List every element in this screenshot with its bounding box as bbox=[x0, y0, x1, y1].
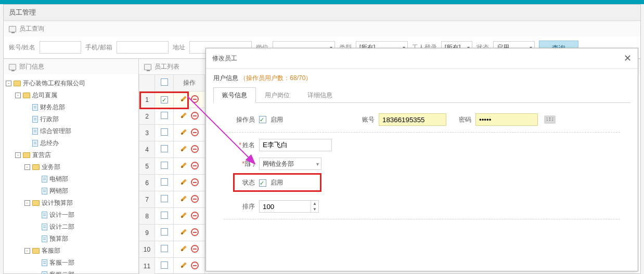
tree-toggle-icon[interactable]: - bbox=[6, 81, 11, 86]
delete-icon[interactable] bbox=[191, 195, 199, 203]
edit-icon[interactable] bbox=[178, 210, 190, 221]
name-field[interactable] bbox=[259, 139, 332, 151]
table-row[interactable]: 3 bbox=[139, 125, 205, 141]
tab-post[interactable]: 用户岗位 bbox=[256, 87, 299, 103]
search-panel-header: 员工查询 bbox=[4, 21, 640, 36]
tree-node[interactable]: -客服部 bbox=[6, 245, 136, 257]
row-index: 1 bbox=[139, 92, 155, 108]
tree-node[interactable]: 预算部 bbox=[6, 233, 136, 245]
tree-node[interactable]: 客服二部 bbox=[6, 269, 136, 274]
operator-enable-text: 启用 bbox=[271, 115, 283, 124]
operator-label: 操作员 bbox=[224, 115, 255, 124]
row-checkbox[interactable] bbox=[161, 96, 168, 103]
delete-icon[interactable] bbox=[191, 162, 199, 169]
dept-select[interactable]: 网销业务部 bbox=[259, 158, 321, 170]
folder-icon bbox=[32, 248, 40, 254]
edit-icon[interactable] bbox=[178, 126, 190, 138]
account-input[interactable] bbox=[40, 41, 81, 54]
delete-icon[interactable] bbox=[191, 228, 199, 236]
tree-label: 客服一部 bbox=[49, 258, 74, 267]
row-checkbox[interactable] bbox=[161, 228, 168, 236]
delete-icon[interactable] bbox=[191, 95, 199, 103]
sort-field[interactable] bbox=[259, 200, 311, 213]
table-row[interactable]: 6 bbox=[139, 175, 205, 191]
tree-toggle-icon[interactable]: - bbox=[24, 248, 30, 254]
tree-node[interactable]: -设计预算部 bbox=[6, 197, 136, 209]
account-field[interactable] bbox=[379, 113, 446, 126]
edit-icon[interactable] bbox=[178, 193, 190, 205]
edit-icon[interactable] bbox=[178, 93, 190, 105]
tree-node[interactable]: 财务总部 bbox=[6, 101, 136, 113]
row-checkbox[interactable] bbox=[161, 112, 168, 119]
row-checkbox[interactable] bbox=[161, 145, 168, 152]
edit-icon[interactable] bbox=[178, 176, 190, 188]
tree-node[interactable]: 综合管理部 bbox=[6, 125, 136, 137]
tree-node[interactable]: 设计二部 bbox=[6, 221, 136, 233]
table-row[interactable]: 1 bbox=[139, 92, 205, 108]
close-icon[interactable]: ✕ bbox=[624, 53, 632, 64]
tree-node[interactable]: 设计一部 bbox=[6, 209, 136, 221]
row-checkbox[interactable] bbox=[161, 128, 168, 136]
delete-icon[interactable] bbox=[191, 128, 199, 136]
row-checkbox[interactable] bbox=[161, 245, 168, 252]
delete-icon[interactable] bbox=[191, 145, 199, 153]
table-row[interactable]: 10 bbox=[139, 241, 205, 258]
row-checkbox[interactable] bbox=[161, 195, 168, 202]
page-icon bbox=[42, 271, 47, 274]
delete-icon[interactable] bbox=[191, 112, 199, 120]
table-row[interactable]: 8 bbox=[139, 208, 205, 225]
row-checkbox[interactable] bbox=[161, 262, 168, 269]
table-row[interactable]: 7 bbox=[139, 191, 205, 208]
tree-node[interactable]: 网销部 bbox=[6, 185, 136, 197]
table-row[interactable]: 2 bbox=[139, 108, 205, 125]
tab-account[interactable]: 账号信息 bbox=[213, 87, 256, 103]
tree-toggle-icon[interactable]: - bbox=[15, 152, 21, 158]
edit-icon[interactable] bbox=[178, 226, 190, 238]
folder-icon bbox=[32, 200, 40, 206]
phone-input[interactable] bbox=[117, 41, 169, 54]
row-index: 11 bbox=[139, 258, 155, 275]
keyboard-icon[interactable] bbox=[544, 115, 556, 124]
row-index: 9 bbox=[139, 225, 155, 241]
edit-icon[interactable] bbox=[178, 259, 190, 271]
row-checkbox[interactable] bbox=[161, 162, 168, 169]
tree-node[interactable]: 客服一部 bbox=[6, 257, 136, 269]
tree-node[interactable]: 总经办 bbox=[6, 137, 136, 149]
edit-icon[interactable] bbox=[178, 110, 190, 122]
tree-node[interactable]: 电销部 bbox=[6, 173, 136, 185]
edit-icon[interactable] bbox=[178, 243, 190, 255]
tree-node[interactable]: -总司直属 bbox=[6, 89, 136, 101]
delete-icon[interactable] bbox=[191, 245, 199, 253]
edit-icon[interactable] bbox=[178, 160, 190, 172]
tree-node[interactable]: -业务部 bbox=[6, 161, 136, 173]
dept-panel-title: 部门信息 bbox=[19, 62, 44, 71]
tab-detail[interactable]: 详细信息 bbox=[299, 87, 341, 103]
tree-toggle-icon[interactable]: - bbox=[24, 200, 30, 206]
tree-label: 电销部 bbox=[49, 175, 68, 184]
search-panel-title: 员工查询 bbox=[19, 24, 44, 33]
spinner-down-icon[interactable]: ▼ bbox=[311, 206, 318, 212]
delete-icon[interactable] bbox=[191, 262, 199, 269]
list-panel-title: 员工列表 bbox=[154, 62, 179, 71]
table-row[interactable]: 4 bbox=[139, 141, 205, 158]
tree-node[interactable]: -直营店 bbox=[6, 149, 136, 161]
tree-label: 行政部 bbox=[40, 115, 59, 124]
table-row[interactable]: 9 bbox=[139, 225, 205, 241]
select-all-checkbox[interactable] bbox=[161, 79, 168, 86]
table-row[interactable]: 5 bbox=[139, 158, 205, 175]
password-field[interactable] bbox=[475, 113, 538, 126]
row-checkbox[interactable] bbox=[161, 178, 168, 186]
operator-checkbox[interactable] bbox=[259, 116, 266, 123]
spinner-up-icon[interactable]: ▲ bbox=[311, 201, 318, 206]
tree-node[interactable]: 行政部 bbox=[6, 113, 136, 125]
table-row[interactable]: 11 bbox=[139, 258, 205, 275]
status-checkbox[interactable] bbox=[259, 179, 266, 187]
edit-icon[interactable] bbox=[178, 143, 190, 155]
tree-node[interactable]: -开心装饰工程有限公司 bbox=[6, 77, 136, 89]
row-checkbox[interactable] bbox=[161, 212, 168, 219]
delete-icon[interactable] bbox=[191, 178, 199, 186]
delete-icon[interactable] bbox=[191, 212, 199, 219]
tree-toggle-icon[interactable]: - bbox=[15, 93, 21, 98]
folder-icon bbox=[23, 93, 30, 98]
tree-toggle-icon[interactable]: - bbox=[24, 164, 30, 170]
